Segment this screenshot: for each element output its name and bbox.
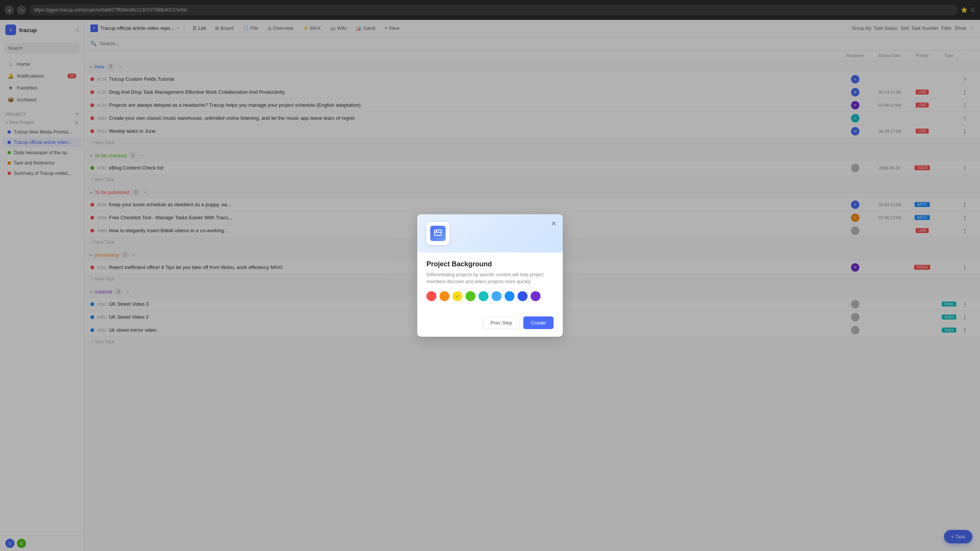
color-option-teal[interactable] — [479, 291, 488, 301]
project-background-modal: ✕ Project Background Differentiating pro… — [417, 214, 563, 337]
color-option-orange[interactable] — [439, 291, 449, 301]
color-option-light-blue[interactable] — [492, 291, 501, 301]
prev-step-button[interactable]: Prev Step — [483, 316, 519, 329]
modal-header: ✕ — [417, 214, 563, 253]
modal-title: Project Background — [426, 260, 554, 268]
modal-description: Differentiating projects by specific con… — [426, 271, 554, 285]
color-option-dark-blue[interactable] — [518, 291, 528, 301]
color-option-purple[interactable] — [531, 291, 541, 301]
modal-body: Project Background Differentiating proje… — [417, 253, 563, 312]
color-option-red[interactable] — [426, 291, 436, 301]
color-option-green[interactable] — [466, 291, 475, 301]
color-option-blue[interactable] — [505, 291, 514, 301]
modal-icon — [430, 226, 446, 241]
color-option-yellow[interactable]: ✓ — [452, 291, 462, 301]
modal-overlay[interactable]: ✕ Project Background Differentiating pro… — [0, 0, 980, 551]
modal-icon-box — [426, 222, 449, 245]
modal-close-button[interactable]: ✕ — [549, 219, 558, 228]
color-picker: ✓ — [426, 291, 554, 301]
modal-footer: Prev Step Create — [417, 312, 563, 337]
create-button[interactable]: Create — [523, 316, 554, 329]
